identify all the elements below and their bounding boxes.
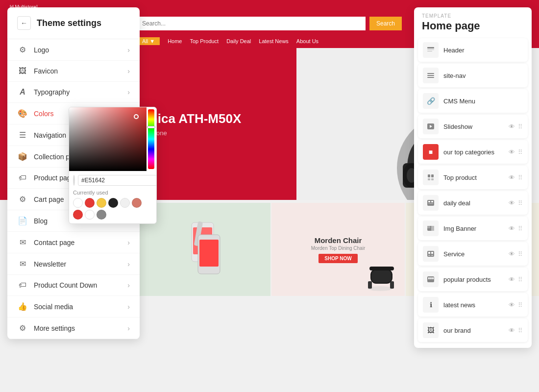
sidebar-item-typography[interactable]: A Typography › — [7, 82, 140, 103]
template-item-popular-products[interactable]: popular products 👁 ⠿ — [418, 268, 528, 291]
latest-news-eye-icon[interactable]: 👁 — [509, 301, 515, 309]
template-item-header[interactable]: Header — [418, 38, 528, 62]
latest-news-drag-icon[interactable]: ⠿ — [518, 301, 523, 309]
color-picker-controls: ⌀ None Currently used — [69, 171, 156, 223]
our-brand-item-icon: 🖼 — [423, 322, 439, 338]
header-item-label: Header — [443, 47, 523, 54]
top-product-item-label: Top product — [443, 174, 509, 181]
back-button[interactable]: ← — [17, 16, 31, 30]
sidebar-item-product-count-down[interactable]: 🏷 Product Count Down › — [7, 275, 140, 296]
sidebar-item-social-media[interactable]: 👍 Social media › — [7, 296, 140, 318]
nav-latest-news[interactable]: Latest News — [259, 38, 289, 44]
template-item-our-brand[interactable]: 🖼 our brand 👁 ⠿ — [418, 318, 528, 342]
img-banner-eye-icon[interactable]: 👁 — [509, 225, 515, 232]
sidebar-item-favicon[interactable]: 🖼 Favicon › — [7, 61, 140, 82]
sidebar-item-logo[interactable]: ⚙ Logo › — [7, 39, 140, 61]
sidebar-item-more-settings[interactable]: ⚙ More settings › — [7, 318, 140, 339]
template-item-service[interactable]: Service 👁 ⠿ — [418, 242, 528, 266]
template-item-cms-menu[interactable]: 🔗 CMS Menu — [418, 89, 528, 113]
latest-news-actions: 👁 ⠿ — [509, 301, 523, 309]
newsletter-arrow: › — [127, 260, 130, 268]
popular-products-eye-icon[interactable]: 👁 — [509, 276, 515, 283]
top-product-drag-icon[interactable]: ⠿ — [518, 174, 523, 181]
img-banner-drag-icon[interactable]: ⠿ — [518, 225, 523, 232]
swatch-red2[interactable] — [73, 210, 83, 220]
top-product-eye-icon[interactable]: 👁 — [509, 174, 515, 181]
svg-rect-19 — [427, 47, 434, 49]
swatch-white[interactable] — [73, 198, 83, 208]
sidebar-item-newsletter[interactable]: ✉ Newsletter › — [7, 253, 140, 275]
service-drag-icon[interactable]: ⠿ — [518, 250, 523, 258]
svg-rect-45 — [430, 277, 432, 279]
template-item-daily-deal[interactable]: daily deal 👁 ⠿ — [418, 191, 528, 215]
hue-bar-indicator — [147, 126, 155, 128]
template-item-img-banner[interactable]: Img Banner 👁 ⠿ — [418, 217, 528, 240]
chair-image — [361, 254, 400, 294]
nav-daily-deal[interactable]: Daily Deal — [226, 38, 251, 44]
nav-about-us[interactable]: About Us — [296, 38, 318, 44]
svg-rect-24 — [427, 77, 434, 78]
site-nav-item-label: site-nav — [443, 72, 523, 79]
collection-page-icon: 📦 — [17, 152, 28, 161]
sidebar-title: Theme settings — [37, 18, 101, 28]
swatch-black[interactable] — [108, 198, 118, 208]
swatch-red[interactable] — [85, 198, 95, 208]
nav-dropdown[interactable]: All ▼ — [137, 37, 160, 45]
swatch-white2[interactable] — [85, 210, 95, 220]
color-swatches-grid — [73, 198, 152, 220]
top-categories-item-icon: ■ — [423, 144, 439, 160]
sidebar-item-contact-page[interactable]: ✉ Contact page › — [7, 232, 140, 253]
service-eye-icon[interactable]: 👁 — [509, 250, 515, 258]
svg-rect-18 — [369, 267, 394, 270]
top-categories-drag-icon[interactable]: ⠿ — [518, 148, 523, 156]
template-item-top-product[interactable]: Top product 👁 ⠿ — [418, 166, 528, 189]
nav-top-product[interactable]: Top Product — [190, 38, 219, 44]
template-item-latest-news[interactable]: ℹ latest news 👁 ⠿ — [418, 293, 528, 317]
preview-search-btn[interactable]: Search — [369, 17, 402, 30]
template-item-top-categories[interactable]: ■ our top categories 👁 ⠿ — [418, 140, 528, 164]
service-actions: 👁 ⠿ — [509, 250, 523, 258]
top-categories-eye-icon[interactable]: 👁 — [509, 148, 515, 156]
hex-input[interactable] — [78, 175, 157, 186]
contact-page-icon: ✉ — [17, 238, 28, 247]
template-panel: TEMPLATE Home page Header site-nav 🔗 CMS… — [414, 7, 532, 348]
gradient-indicator — [134, 114, 139, 119]
service-item-icon — [423, 246, 439, 262]
popular-products-drag-icon[interactable]: ⠿ — [518, 276, 523, 283]
swatch-lightgray[interactable] — [120, 198, 130, 208]
slideshow-drag-icon[interactable]: ⠿ — [518, 123, 523, 130]
logo-icon: ⚙ — [17, 45, 28, 54]
daily-deal-item-label: daily deal — [443, 199, 509, 207]
daily-deal-eye-icon[interactable]: 👁 — [509, 199, 515, 207]
swatch-salmon[interactable] — [132, 198, 142, 208]
color-gradient-area[interactable] — [69, 107, 156, 171]
shop-now-chair[interactable]: SHOP NOW — [318, 254, 357, 263]
blog-icon: 📄 — [17, 216, 28, 225]
svg-rect-40 — [431, 252, 433, 254]
swatch-yellow[interactable] — [97, 198, 106, 208]
cart-page-icon: ⚙ — [17, 195, 28, 204]
more-settings-arrow: › — [127, 324, 130, 332]
nav-home[interactable]: Home — [168, 38, 182, 44]
contact-page-label: Contact page — [34, 239, 127, 246]
template-item-slideshow[interactable]: Slideshow 👁 ⠿ — [418, 115, 528, 138]
our-brand-eye-icon[interactable]: 👁 — [509, 327, 515, 334]
svg-rect-34 — [428, 203, 433, 204]
popular-products-actions: 👁 ⠿ — [509, 276, 523, 283]
hero-title: hnica ATH-M50X — [142, 111, 241, 126]
color-picker-popup: ⌀ None Currently used — [69, 107, 157, 224]
swatch-gray[interactable] — [97, 210, 106, 220]
slideshow-eye-icon[interactable]: 👁 — [509, 123, 515, 130]
template-item-site-nav[interactable]: site-nav — [418, 64, 528, 87]
preview-search-input[interactable] — [137, 17, 366, 30]
svg-rect-44 — [428, 277, 430, 279]
svg-rect-46 — [432, 277, 434, 279]
daily-deal-drag-icon[interactable]: ⠿ — [518, 199, 523, 207]
latest-news-item-icon: ℹ — [423, 297, 439, 313]
hue-bar[interactable] — [148, 109, 154, 169]
product-count-down-arrow: › — [127, 281, 130, 289]
product-chair-name: Morden Chair — [315, 236, 362, 245]
logo-label: Logo — [34, 46, 127, 54]
favicon-arrow: › — [127, 67, 130, 75]
our-brand-drag-icon[interactable]: ⠿ — [518, 327, 523, 334]
